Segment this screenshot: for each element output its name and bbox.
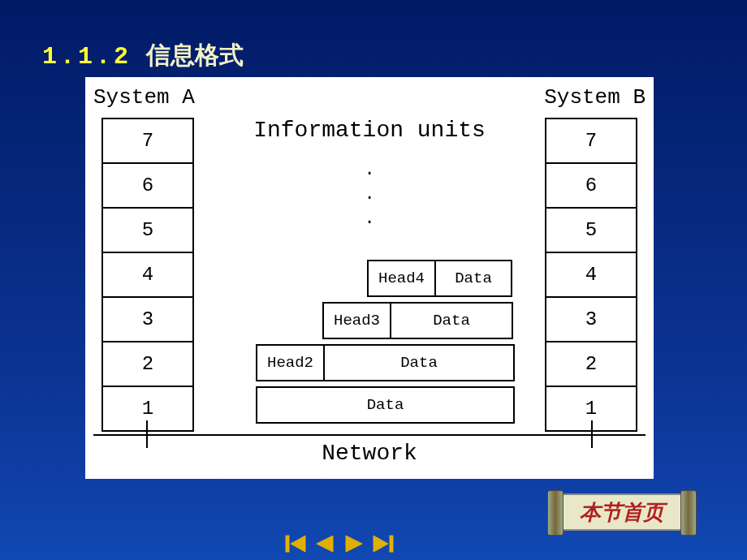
nav-bar	[283, 531, 396, 557]
svg-marker-4	[374, 536, 388, 552]
unit-3-data: Data	[391, 304, 512, 338]
next-icon	[343, 532, 365, 555]
unit-4: Head4 Data	[367, 260, 512, 297]
unit-2-head: Head2	[257, 346, 325, 380]
layer-cell: 2	[546, 341, 636, 386]
system-a-label: System A	[93, 85, 195, 110]
scroll-curl-left-icon	[547, 490, 563, 536]
layer-cell: 7	[103, 119, 192, 162]
unit-2-data: Data	[325, 346, 513, 380]
system-b-label: System B	[544, 85, 646, 110]
network-label: Network	[93, 434, 646, 466]
prev-icon	[313, 532, 336, 555]
unit-1-data: Data	[257, 388, 513, 422]
unit-4-head: Head4	[369, 261, 436, 295]
slide-title: 1.1.2 信息格式	[42, 39, 244, 72]
nav-last-button[interactable]	[370, 531, 396, 557]
diagram-panel: System A System B Information units 7 6 …	[85, 77, 654, 479]
title-text: 信息格式	[146, 43, 244, 71]
section-home-label: 本节首页	[580, 498, 664, 527]
svg-marker-3	[346, 536, 362, 552]
nav-first-button[interactable]	[283, 531, 309, 557]
svg-marker-1	[291, 536, 305, 552]
nav-next-button[interactable]	[341, 531, 367, 557]
layer-cell: 3	[103, 296, 192, 341]
svg-marker-2	[317, 536, 333, 552]
unit-2: Head2 Data	[256, 344, 515, 381]
scroll-curl-right-icon	[680, 490, 697, 536]
nav-prev-button[interactable]	[312, 531, 338, 557]
layer-cell: 2	[103, 341, 192, 386]
svg-rect-0	[286, 536, 289, 552]
last-icon	[372, 532, 395, 555]
svg-rect-5	[390, 536, 393, 552]
layer-cell: 3	[546, 296, 636, 341]
layer-cell: 7	[546, 119, 636, 162]
unit-3-head: Head3	[324, 304, 391, 338]
section-home-button[interactable]: 本节首页	[555, 493, 689, 531]
ellipsis-dots: . . .	[85, 158, 654, 231]
first-icon	[284, 532, 307, 555]
layer-cell: 1	[103, 386, 192, 430]
layer-cell: 4	[103, 252, 192, 296]
unit-3: Head3 Data	[322, 302, 513, 339]
layer-cell: 4	[546, 252, 636, 296]
unit-1: Data	[256, 386, 515, 424]
unit-4-data: Data	[436, 261, 511, 295]
title-number: 1.1.2	[42, 43, 132, 71]
